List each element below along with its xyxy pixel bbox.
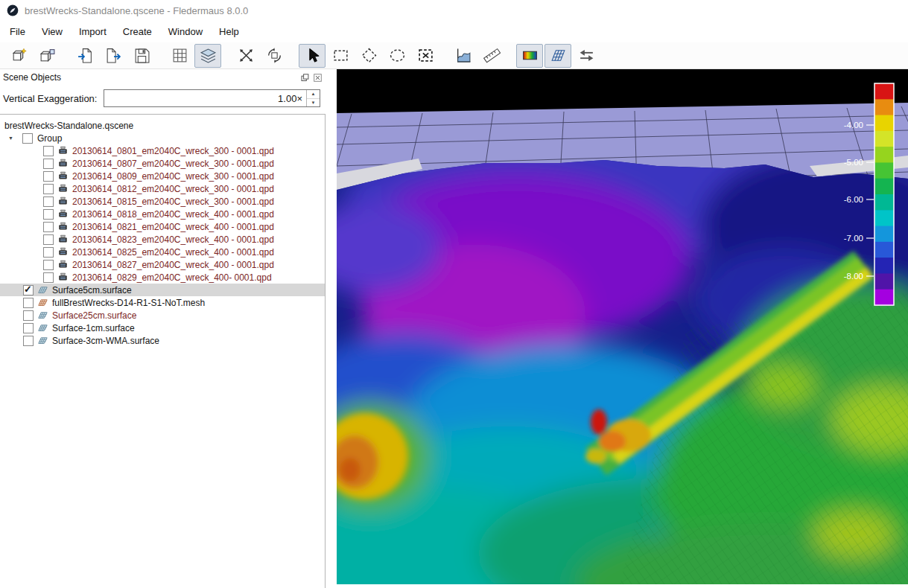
qpd-icon xyxy=(58,272,69,282)
surface-view-button[interactable] xyxy=(194,44,221,68)
visibility-checkbox[interactable] xyxy=(43,209,54,220)
rotate-object-button[interactable] xyxy=(261,44,288,68)
rotate-axes-icon xyxy=(238,47,255,64)
panel-title: Scene Objects xyxy=(3,72,297,83)
qpd-icon xyxy=(58,222,69,231)
vertical-exaggeration-value: 1.00× xyxy=(104,90,306,106)
colorbar-band xyxy=(874,273,894,290)
tree-surface-item[interactable]: Surface5cm.surface xyxy=(0,284,325,296)
expand-arrow-icon[interactable]: ▼ xyxy=(4,135,22,141)
title-bar: brestWrecks-Standalone.qscene - Flederma… xyxy=(0,0,908,21)
surface-icon xyxy=(38,323,48,333)
select-rectangle-button[interactable] xyxy=(327,44,354,68)
select-cursor-button[interactable] xyxy=(299,44,326,68)
visibility-checkbox[interactable] xyxy=(43,146,54,156)
3d-scene-render[interactable]: -4.00 -5.00 -6.00 -7.00 -8.00 xyxy=(337,69,908,584)
profile-chart-icon xyxy=(455,47,472,64)
visibility-checkbox[interactable] xyxy=(23,298,34,308)
tree-qpd-item[interactable]: 20130614_0801_em2040C_wreck_300 - 0001.q… xyxy=(0,144,325,157)
measure-button[interactable] xyxy=(478,44,505,68)
visibility-checkbox[interactable] xyxy=(43,222,54,232)
cube-add-icon xyxy=(39,47,56,64)
tree-qpd-item[interactable]: 20130614_0818_em2040C_wreck_400 - 0001.q… xyxy=(0,208,325,220)
rotate-axes-button[interactable] xyxy=(232,44,259,68)
tree-item-label: 20130614_0812_em2040C_wreck_300 - 0001.q… xyxy=(72,184,274,194)
visibility-checkbox[interactable] xyxy=(22,133,33,144)
clear-selection-button[interactable] xyxy=(412,44,439,68)
tree-qpd-item[interactable]: 20130614_0815_em2040C_wreck_300 - 0001.q… xyxy=(0,195,325,208)
spin-up-button[interactable]: ▲ xyxy=(307,90,320,98)
new-object-button[interactable] xyxy=(34,44,60,68)
export-button[interactable] xyxy=(100,44,127,68)
tree-surface-item[interactable]: fullBrestWrecks-D14-R1-S1-NoT.mesh xyxy=(0,296,325,309)
float-panel-button[interactable] xyxy=(299,72,310,83)
grid-view-button[interactable] xyxy=(166,44,193,68)
toolbar-separator xyxy=(439,45,449,67)
tree-qpd-item[interactable]: 20130614_0829_em2040C_wreck_400- 0001.qp… xyxy=(0,271,325,284)
window-title: brestWrecks-Standalone.qscene - Flederma… xyxy=(25,5,248,16)
tree-item-label: Surface5cm.surface xyxy=(52,285,132,295)
menu-file[interactable]: File xyxy=(1,22,34,41)
menu-help[interactable]: Help xyxy=(211,22,247,41)
visibility-checkbox[interactable] xyxy=(23,310,34,321)
import-button[interactable] xyxy=(72,44,98,68)
tree-item-label: 20130614_0829_em2040C_wreck_400- 0001.qp… xyxy=(72,272,272,283)
menu-create[interactable]: Create xyxy=(115,22,160,41)
toolbar-separator xyxy=(222,45,232,67)
tree-qpd-item[interactable]: 20130614_0821_em2040C_wreck_400 - 0001.q… xyxy=(0,220,325,233)
menu-import[interactable]: Import xyxy=(71,22,115,41)
tree-surface-item[interactable]: Surface25cm.surface xyxy=(0,309,325,322)
spin-down-button[interactable]: ▼ xyxy=(307,98,320,107)
tree-qpd-item[interactable]: 20130614_0827_em2040C_wreck_400 - 0001.q… xyxy=(0,258,325,271)
menu-view[interactable]: View xyxy=(34,22,71,41)
visibility-checkbox[interactable] xyxy=(43,260,54,270)
tree-item-label: brestWrecks-Standalone.qscene xyxy=(4,121,133,131)
toolbar xyxy=(0,42,908,69)
tree-qpd-item[interactable]: 20130614_0823_em2040C_wreck_400 - 0001.q… xyxy=(0,233,325,246)
mesh-toggle-button[interactable] xyxy=(545,44,571,68)
visibility-checkbox[interactable] xyxy=(43,272,54,283)
save-button[interactable] xyxy=(128,44,155,68)
visibility-checkbox[interactable] xyxy=(43,159,54,169)
tree-group-item[interactable]: ▼Group xyxy=(0,132,325,144)
tree-item-label: Group xyxy=(37,133,62,144)
visibility-checkbox[interactable] xyxy=(43,171,54,182)
visibility-checkbox[interactable] xyxy=(23,336,34,346)
panel-header: Scene Objects xyxy=(0,69,326,86)
profile-button[interactable] xyxy=(450,44,477,68)
select-lasso-icon xyxy=(389,47,406,64)
visibility-checkbox[interactable] xyxy=(43,196,54,207)
select-polygon-button[interactable] xyxy=(355,44,382,68)
cube-new-icon xyxy=(10,47,28,64)
visibility-checkbox[interactable] xyxy=(43,184,54,194)
close-panel-button[interactable] xyxy=(312,72,323,83)
menu-bar: FileViewImportCreateWindowHelp xyxy=(0,21,908,42)
visibility-checkbox[interactable] xyxy=(23,285,34,295)
scene-objects-tree[interactable]: brestWrecks-Standalone.qscene▼Group20130… xyxy=(0,114,326,588)
3d-viewport[interactable]: -4.00 -5.00 -6.00 -7.00 -8.00 xyxy=(337,69,908,584)
export-icon xyxy=(105,47,122,64)
new-scene-button[interactable] xyxy=(5,44,32,68)
qpd-icon xyxy=(58,171,69,181)
tree-surface-item[interactable]: Surface-3cm-WMA.surface xyxy=(0,334,325,347)
visibility-checkbox[interactable] xyxy=(43,247,54,258)
tree-qpd-item[interactable]: 20130614_0807_em2040C_wreck_300 - 0001.q… xyxy=(0,157,325,170)
menu-window[interactable]: Window xyxy=(160,22,211,41)
colormap-button[interactable] xyxy=(516,44,543,68)
visibility-checkbox[interactable] xyxy=(43,234,54,245)
tree-surface-item[interactable]: Surface-1cm.surface xyxy=(0,322,325,334)
rotate-box-icon xyxy=(266,47,283,64)
visibility-checkbox[interactable] xyxy=(23,323,34,333)
swap-view-button[interactable] xyxy=(573,44,600,68)
tree-item-label: 20130614_0821_em2040C_wreck_400 - 0001.q… xyxy=(72,222,274,232)
tree-qpd-item[interactable]: 20130614_0812_em2040C_wreck_300 - 0001.q… xyxy=(0,182,325,195)
tree-root-item[interactable]: brestWrecks-Standalone.qscene xyxy=(0,119,325,132)
surface-icon xyxy=(38,285,48,295)
tree-qpd-item[interactable]: 20130614_0825_em2040C_wreck_400 - 0001.q… xyxy=(0,246,325,258)
tree-qpd-item[interactable]: 20130614_0809_em2040C_wreck_300 - 0001.q… xyxy=(0,170,325,182)
spinner: ▲ ▼ xyxy=(306,90,320,106)
select-lasso-button[interactable] xyxy=(384,44,410,68)
vertical-exaggeration-input[interactable]: 1.00× ▲ ▼ xyxy=(104,89,320,107)
colorbar-label: -8.00 xyxy=(844,272,863,281)
colorbar-band xyxy=(874,179,894,195)
